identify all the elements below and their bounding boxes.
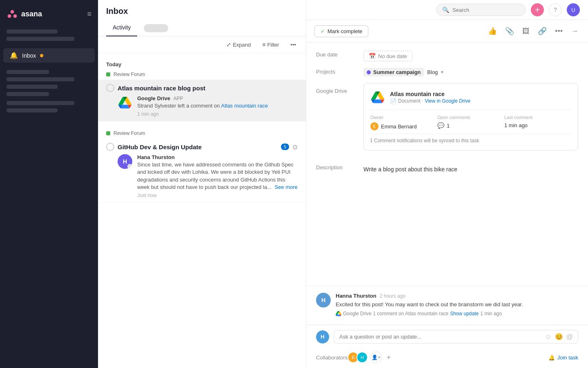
project-dot — [367, 70, 371, 74]
item-time-1: 1 min ago — [137, 111, 298, 117]
owner-avatar: E — [370, 122, 379, 130]
detail-toolbar-right: 👍 📎 🖼 🔗 ••• → — [486, 25, 580, 37]
checkmark-icon: ✓ — [321, 28, 325, 34]
comment-input[interactable] — [339, 334, 541, 340]
like-button[interactable]: 👍 — [486, 25, 499, 37]
emoji-icon[interactable]: ☺ — [545, 333, 551, 341]
complete-checkbox-2[interactable] — [106, 143, 114, 151]
no-due-date-picker[interactable]: 📅 No due date — [363, 51, 412, 61]
item-title-2: GitHub Dev & Design Update — [118, 144, 202, 150]
collaborators-label: Collaborators — [316, 355, 347, 361]
atlas-mountain-race-link[interactable]: Atlas mountain race — [221, 103, 268, 109]
bell-icon: 🔔 — [10, 52, 18, 59]
collab-avatar-2: H — [356, 352, 368, 363]
help-button[interactable]: ? — [549, 3, 562, 16]
last-comment-label: Last comment — [504, 115, 571, 120]
overflow-button[interactable]: ••• — [553, 25, 564, 37]
tab-activity[interactable]: Activity — [106, 21, 137, 36]
owner-label: Owner — [370, 115, 437, 120]
project-sub-label: Blog — [427, 69, 438, 75]
inbox-toolbar: ⤢ Expand ≡ Filter ••• — [98, 36, 306, 53]
svg-point-2 — [13, 14, 17, 18]
add-button[interactable]: + — [531, 3, 544, 16]
comment-gdrive-ref: Google Drive 1 comment on Atlas mountain… — [336, 311, 578, 316]
complete-checkbox-1[interactable] — [106, 84, 114, 92]
add-collaborator-button[interactable]: 👤+ — [370, 352, 382, 363]
group-label-1: Review Forum — [98, 69, 306, 80]
main-content: Inbox Activity ⤢ Expand ≡ Filter — [98, 0, 588, 368]
comment-author-1: Hanna Thurston — [336, 293, 376, 299]
person-add-icon: 👤+ — [372, 355, 381, 360]
app-tag: APP — [174, 96, 183, 101]
bell-join-icon: 🔔 — [548, 355, 555, 361]
link-button[interactable]: 🔗 — [536, 25, 548, 37]
project-chevron-icon[interactable]: ▾ — [441, 70, 443, 75]
gdrive-meta-last-comment: Last comment 1 min ago — [504, 115, 571, 130]
project-tag-summer[interactable]: Summer campaign — [363, 68, 424, 76]
detail-toolbar: ✓ Mark complete 👍 📎 🖼 🔗 ••• → — [306, 20, 588, 43]
skeleton-line — [7, 70, 49, 74]
screenshot-button[interactable]: 🖼 — [521, 25, 531, 37]
gdrive-card-container: Atlas mountain race 📄 Document · View in… — [363, 83, 578, 157]
person-avatar-2: H — [118, 154, 132, 169]
add-collab-plus[interactable]: + — [387, 354, 390, 361]
search-bar[interactable]: 🔍 — [436, 4, 526, 16]
description-row: Description Write a blog post about this… — [316, 164, 578, 174]
top-bar: 🔍 + ? U — [306, 0, 588, 20]
description-label: Description — [316, 164, 357, 171]
group-label-2: Review Forum — [98, 128, 306, 139]
comment-input-wrap[interactable]: ☺ 😊 @ — [334, 330, 578, 343]
asana-logo-text: asana — [21, 10, 42, 18]
svg-point-1 — [8, 14, 11, 18]
new-badge: 5 — [281, 144, 289, 150]
item-time-2: Just now — [137, 193, 298, 198]
sidebar-item-label: Inbox — [22, 52, 36, 59]
due-date-row: Due date 📅 No due date — [316, 51, 578, 61]
description-section: Write a blog post about this bike race — [363, 165, 457, 174]
skeleton-line — [7, 92, 49, 96]
filter-button[interactable]: ≡ Filter — [259, 40, 282, 49]
join-task-button[interactable]: 🔔 Join task — [548, 355, 578, 361]
hamburger-icon[interactable]: ≡ — [87, 10, 91, 18]
open-comments-label: Open comments — [437, 115, 504, 120]
comment-user-avatar: H — [316, 330, 329, 343]
mention-icon[interactable]: @ — [566, 333, 573, 341]
svg-point-0 — [11, 10, 14, 13]
attach-button[interactable]: 📎 — [503, 25, 516, 37]
group-dot — [106, 72, 110, 76]
detail-toolbar-left: ✓ Mark complete — [314, 25, 368, 37]
skeleton-line — [7, 85, 58, 89]
search-input[interactable] — [452, 7, 520, 13]
inbox-item-2[interactable]: GitHub Dev & Design Update 5 ⊙ H — [98, 139, 306, 203]
emoji2-icon[interactable]: 😊 — [555, 333, 563, 341]
inbox-content: Today Review Forum Atlas mountain race b… — [98, 53, 306, 368]
gdrive-label: Google Drive — [316, 83, 357, 94]
gdrive-meta-comments: Open comments 💬 1 — [437, 115, 504, 130]
comment-body-1: Hanna Thurston 2 hours ago Excited for t… — [336, 293, 578, 317]
owner-value: E Emma Bernard — [370, 122, 437, 130]
mark-complete-button[interactable]: ✓ Mark complete — [314, 25, 368, 37]
toggle-icon: ⊙ — [292, 143, 298, 151]
filter-icon: ≡ — [262, 41, 265, 48]
view-in-gdrive-link[interactable]: View in Google Drive — [425, 98, 470, 104]
inbox-item-1[interactable]: Atlas mountain race blog post — [98, 80, 306, 121]
gdrive-card-header: Atlas mountain race 📄 Document · View in… — [370, 90, 571, 105]
comment-header-1: Hanna Thurston 2 hours ago — [336, 293, 578, 299]
item-body-2: Hana Thurston Since last time, we have a… — [137, 154, 298, 198]
due-date-label: Due date — [316, 51, 357, 58]
expand-button[interactable]: ⤢ Expand — [223, 40, 254, 49]
description-text: Write a blog post about this bike race — [363, 165, 457, 174]
group-dot-2 — [106, 131, 110, 135]
sidebar-skeleton-top — [0, 26, 98, 47]
item-text-1: Strand Sylvester left a comment on Atlas… — [137, 102, 298, 110]
gdrive-card-meta: Owner E Emma Bernard Open comments — [370, 110, 571, 130]
close-detail-button[interactable]: → — [569, 25, 580, 37]
doc-icon: 📄 — [390, 98, 396, 104]
search-icon: 🔍 — [442, 7, 449, 13]
more-button[interactable]: ••• — [287, 40, 299, 49]
show-update-link[interactable]: Show update — [450, 311, 479, 316]
user-avatar[interactable]: U — [567, 3, 580, 16]
sidebar-item-inbox[interactable]: 🔔 Inbox — [3, 48, 95, 63]
comment-time-1: 2 hours ago — [380, 293, 405, 299]
see-more-link[interactable]: See more — [274, 184, 297, 190]
